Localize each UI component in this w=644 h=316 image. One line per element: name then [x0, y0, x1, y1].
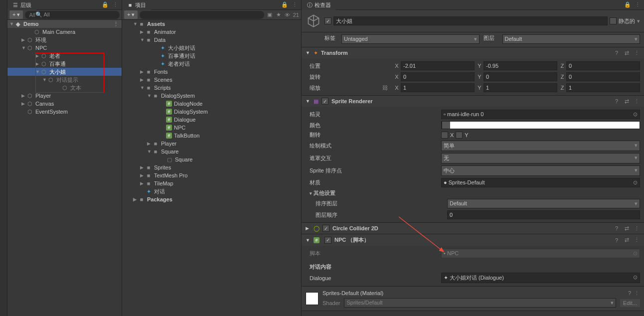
hierarchy-search-input[interactable] [25, 11, 120, 19]
help-icon[interactable]: ? [613, 49, 620, 56]
hierarchy-item[interactable]: EventSystem [7, 108, 122, 116]
foldout-icon[interactable]: ▶ [147, 141, 152, 146]
color-field[interactable] [441, 121, 640, 129]
lock-icon[interactable]: 🔒 [624, 1, 631, 8]
project-item[interactable]: ▶■Animator [122, 28, 301, 36]
foldout-icon[interactable]: ▶ [133, 197, 138, 202]
position-y-input[interactable] [483, 61, 557, 70]
foldout-icon[interactable]: ▼ [147, 149, 152, 154]
project-item[interactable]: ▶■Sprites [122, 163, 301, 171]
menu-icon[interactable]: ⋮ [633, 98, 640, 105]
project-item[interactable]: ▶■Packages [122, 195, 301, 203]
position-x-input[interactable] [401, 61, 475, 70]
menu-icon[interactable]: ⋮ [112, 1, 119, 8]
project-item[interactable]: ▼■DialogSystem [122, 92, 301, 100]
project-item[interactable]: #DialogSystem [122, 108, 301, 116]
hierarchy-item[interactable]: 文本 [7, 84, 122, 92]
visibility-icon[interactable]: 👁 [284, 11, 291, 18]
project-item[interactable]: ✦对话 [122, 187, 301, 195]
foldout-icon[interactable]: ▶ [306, 226, 311, 231]
foldout-icon[interactable]: ▶ [21, 37, 26, 42]
filter-icon[interactable]: ▣ [266, 11, 273, 18]
foldout-icon[interactable]: ▶ [35, 61, 40, 66]
flip-x-checkbox[interactable] [441, 132, 448, 139]
foldout-icon[interactable]: ▼ [9, 21, 14, 26]
project-item[interactable]: ▶■Player [122, 140, 301, 148]
npc-script-header[interactable]: ▼ # NPC （脚本） ? ⇄ ⋮ [302, 234, 644, 246]
project-item[interactable]: ▶■Scenes [122, 76, 301, 84]
circle-collider-header[interactable]: ▶ ◯ Circle Collider 2D ? ⇄ ⋮ [302, 223, 644, 234]
project-search-input[interactable] [140, 11, 264, 19]
menu-icon[interactable]: ⋮ [633, 290, 640, 297]
foldout-icon[interactable]: ▼ [140, 85, 145, 90]
mask-dropdown[interactable]: 无 [441, 153, 640, 163]
menu-icon[interactable]: ⋮ [291, 1, 298, 8]
project-item[interactable]: ▼■Data [122, 36, 301, 44]
sorting-layer-dropdown[interactable]: Default [447, 199, 640, 208]
hierarchy-item[interactable]: ▶环境 [7, 36, 122, 44]
sprite-field[interactable]: ▫ mani-idle-run 0 [441, 110, 640, 119]
create-button[interactable]: + ▾ [124, 10, 138, 19]
static-dropdown-icon[interactable]: ▾ [637, 18, 640, 24]
inspector-tab[interactable]: ⓘ 检查器 [302, 0, 336, 10]
foldout-icon[interactable]: ▼ [21, 45, 26, 50]
link-icon[interactable]: ⛓ [382, 85, 388, 91]
foldout-icon[interactable]: ▼ [306, 50, 311, 55]
foldout-icon[interactable]: ▶ [21, 93, 26, 98]
additional-settings-label[interactable]: 其他设置 [310, 188, 640, 198]
foldout-icon[interactable]: ▶ [140, 165, 145, 170]
preset-icon[interactable]: ⇄ [623, 98, 630, 105]
project-item[interactable]: ✦百事通对话 [122, 52, 301, 60]
component-enable-checkbox[interactable] [322, 225, 329, 232]
foldout-icon[interactable]: ▶ [140, 69, 145, 74]
flip-y-checkbox[interactable] [456, 132, 463, 139]
foldout-icon[interactable]: ▼ [133, 21, 138, 26]
rotation-x-input[interactable] [401, 72, 475, 81]
gameobject-name-input[interactable] [333, 16, 608, 25]
project-item[interactable]: ▶■TextMesh Pro [122, 171, 301, 179]
help-icon[interactable]: ? [613, 98, 620, 105]
layer-dropdown[interactable]: Default [502, 34, 641, 44]
foldout-icon[interactable]: ▼ [42, 77, 47, 82]
foldout-icon[interactable]: ▶ [140, 77, 145, 82]
component-enable-checkbox[interactable] [324, 237, 331, 244]
foldout-icon[interactable]: ▶ [21, 101, 26, 106]
scale-z-input[interactable] [566, 83, 640, 92]
project-item[interactable]: ✦大小姐对话 [122, 44, 301, 52]
dialogue-field[interactable]: ✦ 大小姐对话 (Dialogue) [441, 273, 640, 283]
project-item[interactable]: ▼■Scripts [122, 84, 301, 92]
material-field[interactable]: ● Sprites-Default [441, 178, 640, 187]
menu-icon[interactable]: ⋮ [633, 225, 640, 232]
preset-icon[interactable]: ⇄ [623, 49, 630, 56]
project-item[interactable]: #TalkButton [122, 132, 301, 140]
position-z-input[interactable] [566, 61, 640, 70]
hierarchy-item[interactable]: ▼NPC [7, 44, 122, 52]
order-in-layer-input[interactable] [447, 210, 640, 219]
foldout-icon[interactable]: ▼ [306, 99, 311, 104]
static-checkbox[interactable] [610, 17, 617, 24]
hierarchy-item[interactable]: ▶Canvas [7, 100, 122, 108]
project-item[interactable]: ▶■Fonts [122, 68, 301, 76]
shader-dropdown[interactable]: Sprites/Default [344, 298, 616, 308]
foldout-icon[interactable]: ▶ [140, 29, 145, 34]
project-item[interactable]: #Dialogue [122, 116, 301, 124]
project-item[interactable]: #NPC [122, 124, 301, 132]
foldout-icon[interactable]: ▼ [140, 37, 145, 42]
lock-icon[interactable]: 🔒 [281, 1, 288, 8]
project-item[interactable]: ▢Square [122, 156, 301, 163]
tag-dropdown[interactable]: Untagged [341, 34, 480, 44]
create-button[interactable]: + ▾ [9, 10, 23, 19]
project-item[interactable]: ✦老者对话 [122, 60, 301, 68]
foldout-icon[interactable]: ▶ [140, 181, 145, 186]
hierarchy-item[interactable]: ▼对话提示 [7, 76, 122, 84]
project-tab[interactable]: ■ 项目 [122, 0, 151, 10]
foldout-icon[interactable]: ▼ [35, 69, 40, 74]
foldout-icon[interactable]: ▼ [147, 93, 152, 98]
active-checkbox[interactable] [324, 17, 331, 24]
project-item[interactable]: ▼■Square [122, 148, 301, 156]
menu-icon[interactable]: ⋮ [634, 1, 641, 8]
scale-x-input[interactable] [401, 83, 475, 92]
menu-icon[interactable]: ⋮ [633, 237, 640, 244]
lock-icon[interactable]: 🔒 [102, 1, 109, 8]
sort-point-dropdown[interactable]: 中心 [441, 165, 640, 176]
